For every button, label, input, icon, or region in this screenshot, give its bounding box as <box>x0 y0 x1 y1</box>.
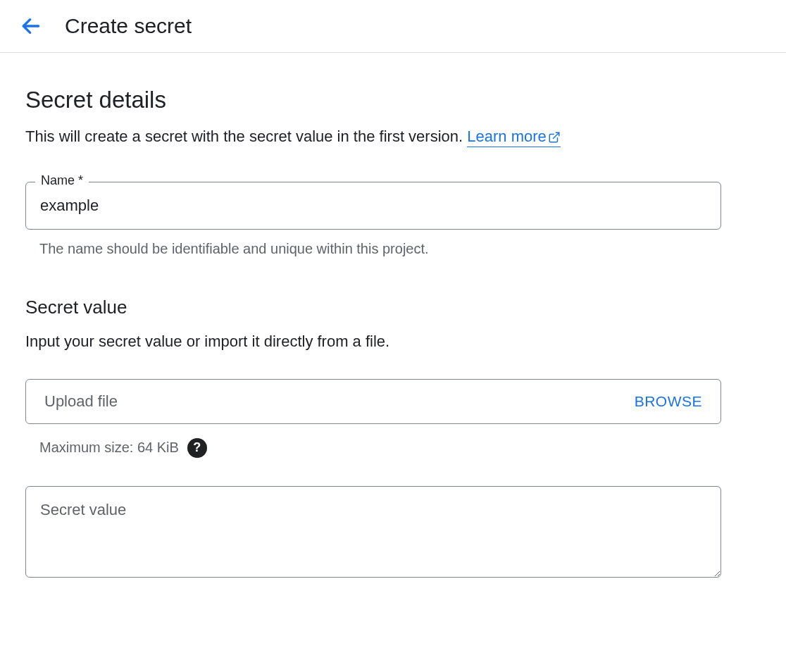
learn-more-text: Learn more <box>467 127 547 145</box>
description-text: This will create a secret with the secre… <box>25 127 467 145</box>
section-description: This will create a secret with the secre… <box>25 126 721 148</box>
name-input[interactable] <box>25 182 721 230</box>
header-bar: Create secret <box>0 0 786 53</box>
secret-value-textarea[interactable] <box>25 486 721 578</box>
arrow-left-icon <box>20 15 42 37</box>
browse-button[interactable]: BROWSE <box>635 393 702 410</box>
help-icon[interactable]: ? <box>187 438 207 458</box>
name-field-group: Name * <box>25 182 721 230</box>
size-info-row: Maximum size: 64 KiB ? <box>39 438 721 458</box>
learn-more-link[interactable]: Learn more <box>467 127 561 147</box>
content: Secret details This will create a secret… <box>0 53 747 614</box>
page-title: Create secret <box>65 14 192 38</box>
upload-file-row: Upload file BROWSE <box>25 379 721 424</box>
back-arrow-button[interactable] <box>20 15 42 37</box>
external-link-icon <box>548 131 561 144</box>
secret-value-description: Input your secret value or import it dir… <box>25 332 721 351</box>
name-helper-text: The name should be identifiable and uniq… <box>39 241 721 257</box>
max-size-text: Maximum size: 64 KiB <box>39 440 179 456</box>
name-label: Name * <box>35 173 89 188</box>
svg-line-1 <box>553 132 559 138</box>
upload-placeholder: Upload file <box>44 392 118 411</box>
section-title: Secret details <box>25 87 721 113</box>
secret-value-title: Secret value <box>25 297 721 318</box>
